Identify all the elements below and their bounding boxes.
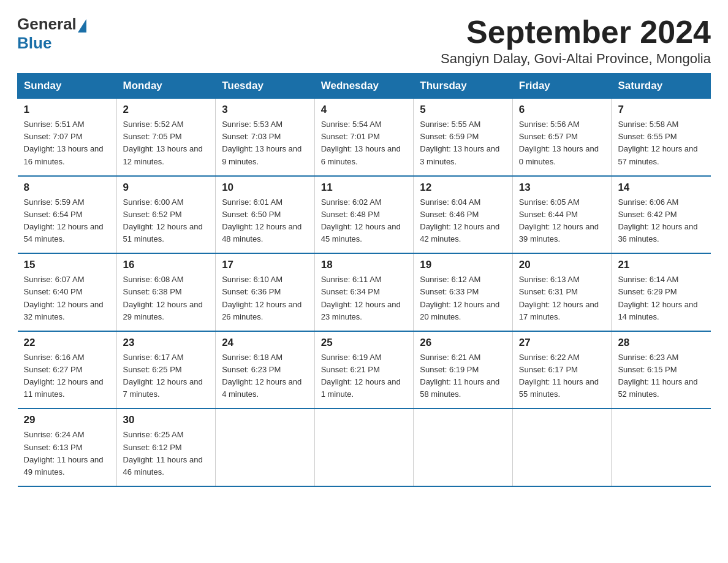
calendar-day-cell — [414, 408, 513, 486]
logo-triangle-icon — [78, 19, 86, 33]
day-number: 11 — [321, 182, 408, 194]
calendar-day-cell: 20Sunrise: 6:13 AMSunset: 6:31 PMDayligh… — [512, 253, 612, 331]
calendar-day-cell: 3Sunrise: 5:53 AMSunset: 7:03 PMDaylight… — [216, 99, 315, 176]
calendar-day-cell: 4Sunrise: 5:54 AMSunset: 7:01 PMDaylight… — [314, 99, 414, 176]
calendar-day-cell: 28Sunrise: 6:23 AMSunset: 6:15 PMDayligh… — [612, 331, 711, 409]
calendar-day-cell: 8Sunrise: 5:59 AMSunset: 6:54 PMDaylight… — [18, 176, 117, 254]
day-info: Sunrise: 6:10 AMSunset: 6:36 PMDaylight:… — [222, 274, 308, 323]
calendar-week-row: 29Sunrise: 6:24 AMSunset: 6:13 PMDayligh… — [18, 408, 711, 486]
calendar-week-row: 8Sunrise: 5:59 AMSunset: 6:54 PMDaylight… — [18, 176, 711, 254]
day-number: 8 — [24, 182, 110, 194]
calendar-day-cell: 5Sunrise: 5:55 AMSunset: 6:59 PMDaylight… — [414, 99, 513, 176]
day-number: 22 — [24, 337, 110, 349]
calendar-day-cell: 12Sunrise: 6:04 AMSunset: 6:46 PMDayligh… — [414, 176, 513, 254]
logo-blue: Blue — [17, 34, 51, 53]
calendar-day-cell: 23Sunrise: 6:17 AMSunset: 6:25 PMDayligh… — [116, 331, 216, 409]
day-info: Sunrise: 6:25 AMSunset: 6:12 PMDaylight:… — [123, 429, 210, 478]
calendar-day-cell: 29Sunrise: 6:24 AMSunset: 6:13 PMDayligh… — [18, 408, 117, 486]
calendar-table: SundayMondayTuesdayWednesdayThursdayFrid… — [17, 73, 711, 487]
calendar-day-cell: 11Sunrise: 6:02 AMSunset: 6:48 PMDayligh… — [314, 176, 414, 254]
calendar-day-cell: 13Sunrise: 6:05 AMSunset: 6:44 PMDayligh… — [512, 176, 612, 254]
day-number: 24 — [222, 337, 308, 349]
day-number: 21 — [618, 259, 704, 271]
day-of-week-header: Friday — [512, 74, 612, 99]
calendar-day-cell: 26Sunrise: 6:21 AMSunset: 6:19 PMDayligh… — [414, 331, 513, 409]
day-info: Sunrise: 6:16 AMSunset: 6:27 PMDaylight:… — [24, 351, 110, 401]
day-info: Sunrise: 5:55 AMSunset: 6:59 PMDaylight:… — [420, 118, 506, 168]
calendar-day-cell: 1Sunrise: 5:51 AMSunset: 7:07 PMDaylight… — [18, 99, 117, 176]
day-number: 13 — [519, 182, 605, 194]
day-info: Sunrise: 6:04 AMSunset: 6:46 PMDaylight:… — [420, 196, 506, 246]
day-number: 5 — [420, 104, 506, 116]
day-number: 14 — [618, 182, 704, 194]
calendar-week-row: 15Sunrise: 6:07 AMSunset: 6:40 PMDayligh… — [18, 253, 711, 331]
day-info: Sunrise: 6:22 AMSunset: 6:17 PMDaylight:… — [519, 351, 605, 401]
day-number: 12 — [420, 182, 506, 194]
calendar-day-cell: 22Sunrise: 6:16 AMSunset: 6:27 PMDayligh… — [18, 331, 117, 409]
day-number: 6 — [519, 104, 605, 116]
calendar-day-cell: 14Sunrise: 6:06 AMSunset: 6:42 PMDayligh… — [612, 176, 711, 254]
month-year-title: September 2024 — [441, 15, 711, 50]
day-info: Sunrise: 6:00 AMSunset: 6:52 PMDaylight:… — [123, 196, 210, 246]
calendar-day-cell: 15Sunrise: 6:07 AMSunset: 6:40 PMDayligh… — [18, 253, 117, 331]
calendar-day-cell — [314, 408, 414, 486]
calendar-day-cell: 17Sunrise: 6:10 AMSunset: 6:36 PMDayligh… — [216, 253, 315, 331]
day-info: Sunrise: 6:19 AMSunset: 6:21 PMDaylight:… — [321, 351, 408, 401]
day-number: 28 — [618, 337, 704, 349]
day-number: 4 — [321, 104, 408, 116]
day-of-week-header: Sunday — [18, 74, 117, 99]
day-info: Sunrise: 5:51 AMSunset: 7:07 PMDaylight:… — [24, 118, 110, 168]
day-info: Sunrise: 5:52 AMSunset: 7:05 PMDaylight:… — [123, 118, 210, 168]
day-info: Sunrise: 6:24 AMSunset: 6:13 PMDaylight:… — [24, 429, 110, 478]
day-number: 30 — [123, 414, 210, 426]
day-number: 29 — [24, 414, 110, 426]
day-info: Sunrise: 6:12 AMSunset: 6:33 PMDaylight:… — [420, 274, 506, 323]
calendar-day-cell: 24Sunrise: 6:18 AMSunset: 6:23 PMDayligh… — [216, 331, 315, 409]
day-info: Sunrise: 6:13 AMSunset: 6:31 PMDaylight:… — [519, 274, 605, 323]
day-info: Sunrise: 6:05 AMSunset: 6:44 PMDaylight:… — [519, 196, 605, 246]
day-number: 3 — [222, 104, 308, 116]
day-number: 23 — [123, 337, 210, 349]
day-info: Sunrise: 5:53 AMSunset: 7:03 PMDaylight:… — [222, 118, 308, 168]
day-number: 25 — [321, 337, 408, 349]
calendar-day-cell: 27Sunrise: 6:22 AMSunset: 6:17 PMDayligh… — [512, 331, 612, 409]
logo-general: General — [17, 15, 77, 34]
calendar-day-cell: 9Sunrise: 6:00 AMSunset: 6:52 PMDaylight… — [116, 176, 216, 254]
calendar-day-cell — [612, 408, 711, 486]
calendar-day-cell: 2Sunrise: 5:52 AMSunset: 7:05 PMDaylight… — [116, 99, 216, 176]
title-block: September 2024 Sangiyn Dalay, Govi-Altai… — [441, 15, 711, 67]
calendar-day-cell: 25Sunrise: 6:19 AMSunset: 6:21 PMDayligh… — [314, 331, 414, 409]
calendar-day-cell: 10Sunrise: 6:01 AMSunset: 6:50 PMDayligh… — [216, 176, 315, 254]
calendar-day-cell: 7Sunrise: 5:58 AMSunset: 6:55 PMDaylight… — [612, 99, 711, 176]
day-of-week-header: Tuesday — [216, 74, 315, 99]
day-of-week-header: Wednesday — [314, 74, 414, 99]
day-number: 26 — [420, 337, 506, 349]
calendar-week-row: 22Sunrise: 6:16 AMSunset: 6:27 PMDayligh… — [18, 331, 711, 409]
day-number: 16 — [123, 259, 210, 271]
day-info: Sunrise: 5:54 AMSunset: 7:01 PMDaylight:… — [321, 118, 408, 168]
location-subtitle: Sangiyn Dalay, Govi-Altai Province, Mong… — [441, 51, 711, 67]
day-info: Sunrise: 6:01 AMSunset: 6:50 PMDaylight:… — [222, 196, 308, 246]
day-of-week-header: Saturday — [612, 74, 711, 99]
day-info: Sunrise: 5:56 AMSunset: 6:57 PMDaylight:… — [519, 118, 605, 168]
day-number: 18 — [321, 259, 408, 271]
day-of-week-header: Thursday — [414, 74, 513, 99]
day-number: 15 — [24, 259, 110, 271]
day-number: 20 — [519, 259, 605, 271]
day-number: 2 — [123, 104, 210, 116]
day-number: 7 — [618, 104, 704, 116]
day-info: Sunrise: 6:14 AMSunset: 6:29 PMDaylight:… — [618, 274, 704, 323]
day-number: 27 — [519, 337, 605, 349]
day-info: Sunrise: 6:21 AMSunset: 6:19 PMDaylight:… — [420, 351, 506, 401]
day-of-week-header: Monday — [116, 74, 216, 99]
day-number: 17 — [222, 259, 308, 271]
calendar-day-cell: 21Sunrise: 6:14 AMSunset: 6:29 PMDayligh… — [612, 253, 711, 331]
day-info: Sunrise: 6:18 AMSunset: 6:23 PMDaylight:… — [222, 351, 308, 401]
page-header: General Blue September 2024 Sangiyn Dala… — [17, 15, 711, 67]
calendar-header-row: SundayMondayTuesdayWednesdayThursdayFrid… — [18, 74, 711, 99]
day-number: 19 — [420, 259, 506, 271]
calendar-day-cell — [216, 408, 315, 486]
logo: General Blue — [17, 15, 86, 53]
calendar-day-cell: 19Sunrise: 6:12 AMSunset: 6:33 PMDayligh… — [414, 253, 513, 331]
day-info: Sunrise: 6:17 AMSunset: 6:25 PMDaylight:… — [123, 351, 210, 401]
